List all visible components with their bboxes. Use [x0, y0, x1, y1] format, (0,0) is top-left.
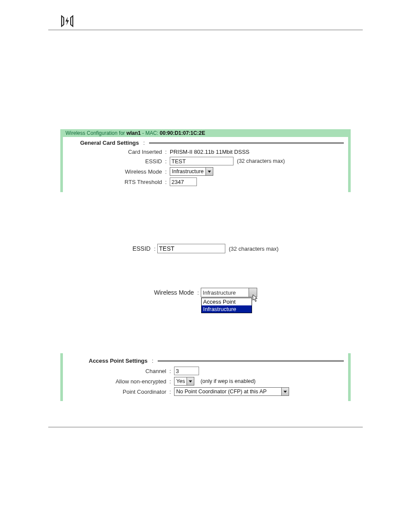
- wireless-mode-label: Wireless Mode: [80, 168, 164, 175]
- essid-row: ESSID : (32 characters max): [63, 156, 348, 166]
- mode-option-access-point[interactable]: Access Point: [202, 298, 252, 305]
- panel-title-bar: Wireless Configuration for wlan1 - MAC: …: [63, 129, 348, 137]
- access-point-settings-panel: Access Point Settings : Channel : Allow …: [60, 353, 351, 401]
- bolt-bracket-icon: [60, 15, 74, 27]
- wireless-mode-select[interactable]: Infrastructure: [170, 167, 213, 176]
- panel-title-prefix: Wireless Configuration for: [65, 130, 126, 136]
- wireless-mode-snippet: Wireless Mode : Infrastructure Access Po…: [154, 288, 257, 297]
- mode-snippet-label: Wireless Mode: [154, 289, 196, 296]
- essid-snippet-input[interactable]: [157, 244, 225, 253]
- mode-option-infrastructure[interactable]: Infrastructure: [202, 305, 252, 313]
- interface-name: wlan1: [126, 130, 140, 136]
- header-bar: [149, 142, 344, 144]
- essid-snippet-label: ESSID: [132, 245, 152, 252]
- mac-address: 00:90:D1:07:1C:2E: [160, 130, 205, 136]
- channel-label: Channel: [89, 368, 168, 374]
- point-coordinator-label: Point Coordinator: [89, 389, 168, 395]
- point-coordinator-select[interactable]: No Point Coordinator (CFP) at this AP: [174, 387, 289, 396]
- mouse-cursor-icon: [252, 294, 259, 303]
- dropdown-arrow-icon: [206, 168, 213, 175]
- general-settings-label: General Card Settings: [80, 140, 139, 146]
- channel-input[interactable]: [174, 367, 199, 375]
- panel-title-mid: - MAC:: [141, 130, 160, 136]
- allow-nonencrypted-hint: (only if wep is enabled): [200, 378, 255, 384]
- card-inserted-value: PRISM-II 802.11b 11Mbit DSSS: [168, 149, 249, 155]
- essid-snippet-hint: (32 characters max): [229, 246, 279, 252]
- point-coordinator-row: Point Coordinator : No Point Coordinator…: [63, 386, 348, 397]
- card-inserted-row: Card Inserted : PRISM-II 802.11b 11Mbit …: [63, 148, 348, 156]
- dropdown-arrow-icon: [187, 377, 194, 385]
- wireless-mode-row: Wireless Mode : Infrastructure: [63, 166, 348, 177]
- card-inserted-label: Card Inserted: [80, 149, 164, 155]
- channel-row: Channel :: [63, 366, 348, 376]
- mode-snippet-value: Infrastructure: [201, 288, 249, 297]
- mode-snippet-select[interactable]: Infrastructure Access Point Infrastructu…: [201, 288, 257, 297]
- rts-threshold-row: RTS Threshold :: [63, 177, 348, 187]
- essid-hint: (32 characters max): [237, 158, 285, 164]
- general-settings-header: General Card Settings :: [63, 137, 348, 148]
- header-bar: [158, 360, 344, 362]
- essid-snippet: ESSID : (32 characters max): [0, 244, 411, 253]
- mode-dropdown-list: Access Point Infrastructure: [201, 298, 252, 313]
- allow-nonencrypted-select[interactable]: Yes: [174, 377, 194, 386]
- essid-input[interactable]: [170, 157, 234, 165]
- allow-nonencrypted-label: Allow non-encrypted: [89, 378, 168, 385]
- dropdown-arrow-icon: [281, 388, 289, 395]
- rts-threshold-label: RTS Threshold: [80, 179, 164, 185]
- wireless-config-panel: Wireless Configuration for wlan1 - MAC: …: [60, 129, 351, 192]
- allow-nonencrypted-row: Allow non-encrypted : Yes (only if wep i…: [63, 376, 348, 386]
- wireless-mode-value: Infrastructure: [170, 168, 206, 175]
- essid-label: ESSID: [80, 158, 164, 165]
- footer-rule: [48, 427, 363, 427]
- point-coordinator-value: No Point Coordinator (CFP) at this AP: [174, 388, 281, 395]
- rts-threshold-input[interactable]: [170, 177, 197, 186]
- allow-nonencrypted-value: Yes: [174, 377, 187, 385]
- ap-settings-label: Access Point Settings: [89, 358, 148, 364]
- ap-settings-header: Access Point Settings :: [63, 353, 348, 366]
